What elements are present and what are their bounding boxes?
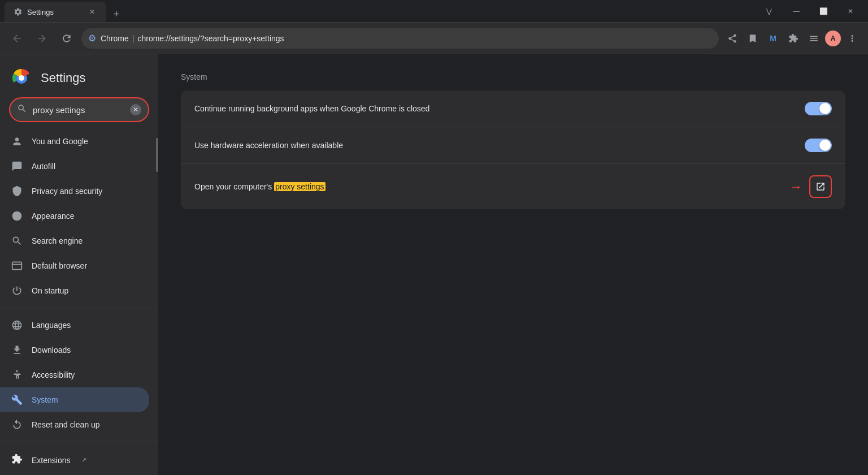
sidebar-item-privacy-label: Privacy and security <box>32 187 102 196</box>
search-container: proxy settings ✕ <box>0 97 158 127</box>
sidebar-item-reset-label: Reset and clean up <box>32 420 100 429</box>
reset-icon <box>11 419 23 430</box>
puzzle-icon <box>11 454 23 467</box>
downloads-icon <box>11 344 23 356</box>
search-clear-button[interactable]: ✕ <box>130 104 141 115</box>
search-input[interactable]: proxy settings <box>33 105 124 115</box>
window-controls: ⋁ — ⬜ ✕ <box>756 2 863 20</box>
sidebar-item-search-engine[interactable]: Search engine <box>0 228 149 253</box>
sidebar-item-appearance[interactable]: Appearance <box>0 204 149 228</box>
section-title: System <box>181 72 845 81</box>
sidebar-toggle-button[interactable] <box>805 29 823 48</box>
settings-header: Settings <box>0 54 158 97</box>
autofill-icon <box>11 161 23 172</box>
sidebar-item-autofill[interactable]: Autofill <box>0 154 149 179</box>
sidebar: Settings proxy settings ✕ You and Google <box>0 54 158 475</box>
sidebar-item-system[interactable]: System <box>0 387 149 412</box>
svg-point-1 <box>19 75 24 81</box>
search-icon <box>17 103 27 116</box>
sidebar-item-languages-label: Languages <box>32 321 71 330</box>
languages-icon <box>11 319 23 331</box>
default-browser-icon <box>11 260 23 271</box>
sidebar-item-appearance-label: Appearance <box>32 211 75 221</box>
accessibility-icon <box>11 369 23 381</box>
sidebar-item-languages[interactable]: Languages <box>0 313 149 338</box>
proxy-highlight: proxy settings <box>274 182 325 191</box>
search-box[interactable]: proxy settings ✕ <box>9 97 149 122</box>
address-domain: Chrome <box>101 34 129 43</box>
extensions-external-icon: ↗ <box>81 456 86 464</box>
chrome-logo <box>11 68 32 88</box>
nav-divider-2 <box>0 442 158 442</box>
active-tab[interactable]: Settings ✕ <box>5 2 106 22</box>
maximize-button[interactable]: ⬜ <box>810 2 836 20</box>
background-apps-toggle[interactable] <box>805 102 832 115</box>
svg-point-5 <box>16 370 18 372</box>
proxy-settings-label: Open your computer's proxy settings <box>194 182 789 191</box>
forward-button[interactable] <box>32 28 52 49</box>
on-startup-icon <box>11 285 23 296</box>
share-button[interactable] <box>723 29 741 48</box>
address-pipe: | <box>132 34 134 43</box>
sidebar-item-default-browser-label: Default browser <box>32 261 87 270</box>
sidebar-item-downloads[interactable]: Downloads <box>0 338 149 362</box>
settings-title: Settings <box>41 71 86 85</box>
nav-divider-1 <box>0 308 158 308</box>
sidebar-item-you-and-google[interactable]: You and Google <box>0 129 149 154</box>
svg-rect-3 <box>12 262 22 269</box>
hardware-acceleration-label: Use hardware acceleration when available <box>194 141 805 150</box>
sidebar-item-accessibility-label: Accessibility <box>32 370 75 379</box>
hardware-acceleration-toggle[interactable] <box>805 139 832 152</box>
sidebar-navigation: You and Google Autofill Privacy and secu… <box>0 127 158 475</box>
sidebar-item-autofill-label: Autofill <box>32 162 55 171</box>
reload-button[interactable] <box>57 28 77 49</box>
sidebar-item-accessibility[interactable]: Accessibility <box>0 362 149 387</box>
address-path: chrome://settings/?search=proxy+settings <box>137 34 284 43</box>
tab-gear-icon <box>14 7 23 16</box>
bookmark-button[interactable] <box>744 29 762 48</box>
extensions-button[interactable] <box>784 29 802 48</box>
new-tab-button[interactable]: + <box>108 6 124 22</box>
sidebar-item-extensions[interactable]: Extensions ↗ <box>0 447 149 473</box>
sidebar-item-you-and-google-label: You and Google <box>32 137 88 146</box>
profile-button[interactable]: A <box>825 31 841 46</box>
settings-card: Continue running background apps when Go… <box>181 90 845 209</box>
sidebar-item-search-engine-label: Search engine <box>32 236 83 245</box>
proxy-settings-external-link-button[interactable] <box>809 175 832 198</box>
system-icon <box>11 394 23 405</box>
sidebar-item-reset-and-clean-up[interactable]: Reset and clean up <box>0 412 149 437</box>
navigation-bar: ⚙ Chrome | chrome://settings/?search=pro… <box>0 23 868 54</box>
nav-actions: M A <box>723 29 861 48</box>
sidebar-item-system-label: System <box>32 395 58 404</box>
window-list-button[interactable]: ⋁ <box>756 2 782 20</box>
close-button[interactable]: ✕ <box>837 2 863 20</box>
background-apps-row: Continue running background apps when Go… <box>181 90 845 127</box>
back-button[interactable] <box>7 28 27 49</box>
proxy-settings-row: Open your computer's proxy settings → <box>181 164 845 209</box>
sidebar-item-extensions-label: Extensions <box>32 456 70 465</box>
tab-close-button[interactable]: ✕ <box>87 7 97 17</box>
tab-title: Settings <box>27 8 54 16</box>
arrow-container: → <box>789 175 832 198</box>
shield-icon <box>11 185 23 197</box>
address-text: Chrome | chrome://settings/?search=proxy… <box>101 34 284 43</box>
sidebar-item-privacy-and-security[interactable]: Privacy and security <box>0 179 149 204</box>
background-apps-label: Continue running background apps when Go… <box>194 104 805 113</box>
site-security-icon: ⚙ <box>88 33 96 44</box>
appearance-icon <box>11 210 23 222</box>
content-area: System Continue running background apps … <box>158 54 868 475</box>
person-icon <box>11 136 23 147</box>
chrome-menu-button[interactable] <box>843 29 861 48</box>
minimize-button[interactable]: — <box>783 2 809 20</box>
search-engine-icon <box>11 235 23 247</box>
sidebar-item-on-startup[interactable]: On startup <box>0 278 149 303</box>
sidebar-item-default-browser[interactable]: Default browser <box>0 253 149 278</box>
hardware-acceleration-row: Use hardware acceleration when available <box>181 127 845 164</box>
title-bar: Settings ✕ + ⋁ — ⬜ ✕ <box>0 0 868 23</box>
address-bar[interactable]: ⚙ Chrome | chrome://settings/?search=pro… <box>81 28 719 49</box>
red-arrow: → <box>789 179 802 195</box>
sidebar-item-downloads-label: Downloads <box>32 346 71 355</box>
main-layout: Settings proxy settings ✕ You and Google <box>0 54 868 475</box>
sidebar-item-on-startup-label: On startup <box>32 286 68 295</box>
ms-account-icon[interactable]: M <box>764 29 782 48</box>
